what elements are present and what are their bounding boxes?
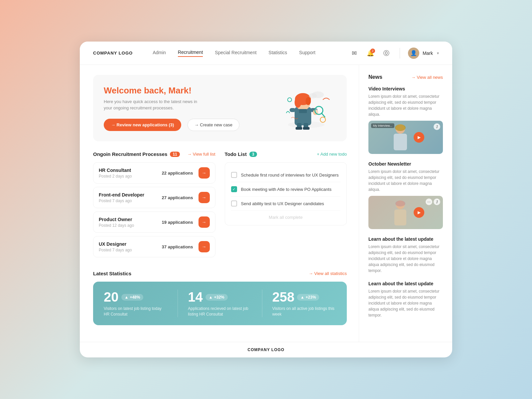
news-item: Learn about the latest update Lorem ipsu… [368,236,443,274]
navbar: COMPANY LOGO Admin Recruitment Special R… [80,42,452,65]
stats-title: Latest Statistics [93,271,131,276]
job-info: Front-end Developer Posted 7 days ago [99,192,162,203]
add-todo-link[interactable]: + Add new todo [317,152,347,157]
play-button[interactable]: ▶ [414,207,424,218]
user-name: Mark [423,51,433,56]
todo-text: Book meeting with Atle to review PO Appl… [241,187,332,192]
job-info: UX Designer Posted 7 days ago [99,241,162,252]
news-item-desc: Lorem ipsum dolor sit amet, consectetur … [368,169,443,193]
chevron-down-icon: ▾ [437,51,439,56]
stat-trend: ▲ +32% [205,294,228,301]
thumb-action-icon[interactable]: ⋯ [426,199,432,205]
job-arrow-button[interactable]: → [199,167,210,179]
view-all-news-link[interactable]: → View all news [411,75,443,80]
bell-icon[interactable]: 🔔 2 [365,48,376,59]
play-button[interactable]: ▶ [414,132,424,143]
svg-rect-14 [296,127,302,130]
svg-line-11 [322,113,325,117]
stat-desc: Visitors on latest job listing today HR … [104,306,168,317]
review-applications-button[interactable]: → Review new applications (3) [104,119,181,131]
mark-all-complete-button[interactable]: Mark all complete [231,211,341,220]
todo-card: Schedule first round of interviews for U… [225,162,347,225]
recruitment-title: Ongoin Recruitment Processes [93,151,167,157]
welcome-actions: → Review new applications (3) → Create n… [104,119,276,131]
news-item-desc: Lorem ipsum dolor sit amet, consectetur … [368,288,443,318]
job-arrow-button[interactable]: → [199,216,210,228]
footer: COMPANY LOGO [80,342,452,357]
news-item-title: Video Interviews [368,86,443,91]
stats-bar: 20 ▲ +48% Visitors on latest job listing… [93,282,347,325]
todo-text: Schedule first round of interviews for U… [241,173,339,178]
recruitment-count: 11 [170,152,180,157]
thumb-share-icon[interactable]: ⤴ [434,123,440,130]
welcome-title: Welcome back, Mark! [104,85,276,96]
news-item-desc: Lorem ipsum dolor sit amet, consectetur … [368,244,443,274]
hero-illustration [280,86,333,130]
stat-item: 258 ▲ +23% Visitors on all active job li… [272,290,336,317]
stat-trend: ▲ +23% [297,294,319,301]
job-apps: 19 applications [162,220,193,225]
todo-item: ✓ Book meeting with Atle to review PO Ap… [231,182,341,197]
nav-special-recruitment[interactable]: Special Recruitment [215,50,256,57]
job-card: Product Owner Posted 12 days ago 19 appl… [93,211,215,233]
avatar: 👤 [408,48,419,59]
job-title: Front-end Developer [99,192,162,198]
job-info: HR Consultant Posted 2 days ago [99,168,162,179]
recruitment-header: Ongoin Recruitment Processes 11 → View f… [93,151,215,157]
svg-point-4 [295,97,301,108]
main-content: Welcome back, Mark! Here you have quick … [80,65,359,342]
todo-item: Schedule first round of interviews for U… [231,168,341,182]
thumb-actions: ⤴ [434,123,440,130]
todo-checkbox[interactable] [231,172,237,178]
news-sidebar: News → View all news Video Interviews Lo… [359,65,452,342]
job-posted: Posted 2 days ago [99,174,162,179]
svg-point-19 [309,93,317,98]
statistics-section: Latest Statistics → View all statistics … [93,271,347,325]
stat-number: 258 ▲ +23% [272,290,336,305]
job-title: HR Consultant [99,168,162,173]
todo-title: Todo List [225,151,247,157]
todo-count: 3 [249,152,257,157]
job-title: Product Owner [99,217,162,222]
news-header: News → View all news [368,74,443,80]
nav-admin[interactable]: Admin [153,50,166,57]
body-layout: Welcome back, Mark! Here you have quick … [80,65,452,342]
stat-number: 14 ▲ +32% [188,290,252,305]
news-item-title: Learn about the latest update [368,281,443,286]
nav-recruitment[interactable]: Recruitment [178,50,203,57]
job-apps: 22 applications [162,171,193,176]
todo-checkbox-checked[interactable]: ✓ [231,186,237,192]
help-icon[interactable]: ⓪ [381,48,392,59]
welcome-subtitle: Here you have quick access to the latest… [104,98,203,111]
thumb-share-icon[interactable]: ⤴ [434,199,440,205]
job-info: Product Owner Posted 12 days ago [99,217,162,228]
job-arrow-button[interactable]: → [199,241,210,252]
nav-support[interactable]: Support [299,50,316,57]
svg-point-5 [306,97,311,105]
recruitment-section: Ongoin Recruitment Processes 11 → View f… [93,151,215,261]
mail-icon[interactable]: ✉ [349,48,360,59]
news-thumbnail: ⋯ ⤴ ▶ [368,196,443,229]
view-all-stats-link[interactable]: → View all statistics [309,271,347,276]
job-arrow-button[interactable]: → [199,192,210,203]
job-title: UX Designer [99,241,162,247]
create-case-button[interactable]: → Create new case [188,119,239,131]
svg-rect-6 [299,109,307,113]
todo-text: Send ability test to UX Designer candida… [241,201,324,206]
view-full-list-link[interactable]: → View full list [187,152,215,157]
welcome-section: Welcome back, Mark! Here you have quick … [93,75,347,141]
job-card: UX Designer Posted 7 days ago 37 applica… [93,236,215,257]
nav-statistics[interactable]: Statistics [269,50,287,57]
todo-item: Send ability test to UX Designer candida… [231,197,341,211]
stat-number: 20 ▲ +48% [104,290,168,305]
news-thumbnail: My Interview... ⤴ ▶ [368,121,443,154]
svg-rect-7 [290,108,296,112]
thumb-actions: ⋯ ⤴ [426,199,440,205]
stats-header: Latest Statistics → View all statistics [93,271,347,276]
svg-point-16 [288,98,292,102]
job-apps: 27 applications [162,195,193,200]
user-menu[interactable]: 👤 Mark ▾ [408,48,439,59]
middle-row: Ongoin Recruitment Processes 11 → View f… [93,151,347,261]
todo-checkbox[interactable] [231,200,237,206]
welcome-text: Welcome back, Mark! Here you have quick … [104,85,276,131]
